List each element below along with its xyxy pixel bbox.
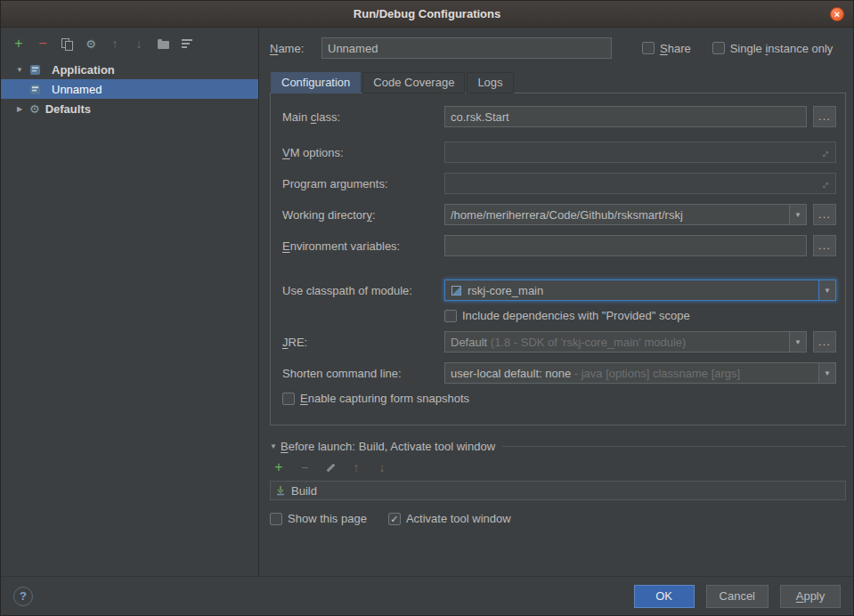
include-dependencies-row: Include dependencies with "Provided" sco… [282,309,836,322]
main-class-input[interactable] [451,110,801,124]
edit-task-icon[interactable] [323,460,338,474]
configurations-sidebar: + − ⚙ ↑ ↓ ▼ Application Unnamed [1,28,259,576]
sidebar-toolbar: + − ⚙ ↑ ↓ [1,33,258,58]
working-directory-combo[interactable]: /home/meriherrera/Code/Github/rsksmart/r… [444,204,807,225]
working-directory-label: Working directory: [282,208,444,222]
program-arguments-field[interactable]: ↔ [444,173,836,194]
configuration-tab-panel: Main class: ... VM options: ↔ [270,93,846,426]
jre-row: JRE: Default (1.8 - SDK of 'rskj-core_ma… [282,331,836,353]
environment-variables-input[interactable] [451,239,801,253]
chevron-down-icon[interactable]: ▼ [270,442,281,450]
name-label: Name: [270,42,321,55]
tree-item-defaults[interactable]: ▶ ⚙ Defaults [1,99,258,118]
use-classpath-label: Use classpath of module: [282,284,444,297]
main-class-field[interactable] [444,106,807,127]
module-icon [451,285,462,296]
application-icon [29,84,41,95]
main-class-browse-button[interactable]: ... [813,106,836,127]
working-directory-value: /home/meriherrera/Code/Github/rsksmart/r… [451,208,784,222]
chevron-down-icon[interactable]: ▼ [818,280,835,300]
move-up-icon[interactable]: ↑ [108,36,122,51]
move-up-icon[interactable]: ↑ [349,460,363,474]
tab-code-coverage[interactable]: Code Coverage [362,72,465,93]
help-icon: ? [20,589,27,603]
working-directory-row: Working directory: /home/meriherrera/Cod… [282,204,836,225]
share-checkbox-label: Share [660,42,691,55]
program-arguments-input[interactable] [451,177,818,190]
environment-variables-row: Environment variables: ... [282,235,836,256]
checkbox-box [712,42,725,54]
share-checkbox[interactable]: Share [642,42,691,55]
before-launch-subtitle: Build, Activate tool window [359,440,495,453]
close-button[interactable]: × [830,7,844,21]
include-dependencies-label: Include dependencies with "Provided" sco… [462,309,690,322]
shorten-command-line-row: Shorten command line: user-local default… [282,362,836,384]
chevron-down-icon[interactable]: ▼ [789,205,806,224]
titlebar[interactable]: Run/Debug Configurations × [1,1,853,28]
show-this-page-checkbox[interactable]: Show this page [270,512,367,525]
move-down-icon[interactable]: ↓ [375,460,389,474]
defaults-icon: ⚙ [29,103,40,115]
use-classpath-row: Use classpath of module: rskj-core_main … [282,280,836,301]
apply-button[interactable]: Apply [780,585,841,608]
sort-configurations-icon[interactable] [180,36,194,51]
vm-options-field[interactable]: ↔ [444,142,836,163]
close-icon: × [834,9,840,20]
checkbox-box [282,393,295,405]
jre-combo[interactable]: Default (1.8 - SDK of 'rskj-core_main' m… [444,331,807,353]
use-classpath-value: rskj-core_main [468,284,813,297]
enable-capturing-checkbox[interactable]: Enable capturing form snapshots [282,392,469,405]
tab-logs[interactable]: Logs [467,72,513,93]
folder-icon [158,41,169,49]
chevron-down-icon[interactable]: ▼ [15,66,24,74]
name-input[interactable] [321,37,612,59]
shorten-command-line-combo[interactable]: user-local default: none - java [options… [444,362,836,384]
create-folder-icon[interactable] [156,36,170,51]
checkbox-box [270,513,282,525]
remove-configuration-icon[interactable]: − [36,36,50,51]
copy-configuration-icon[interactable] [60,36,74,51]
single-instance-checkbox[interactable]: Single instance only [712,42,834,55]
build-icon [275,485,286,496]
add-configuration-icon[interactable]: + [12,36,26,51]
separator-line [502,446,846,447]
checkbox-box [444,310,457,322]
program-arguments-row: Program arguments: ↔ [282,173,836,194]
edit-defaults-icon[interactable]: ⚙ [84,36,98,51]
chevron-down-icon[interactable]: ▼ [789,332,806,352]
tree-item-label: Application [52,63,115,77]
add-task-icon[interactable]: + [272,460,286,474]
environment-variables-field[interactable] [444,235,807,256]
environment-variables-browse-button[interactable]: ... [813,235,836,256]
tree-item-unnamed[interactable]: Unnamed [1,79,258,99]
chevron-down-icon[interactable]: ▼ [818,363,835,383]
window-title: Run/Debug Configurations [354,7,500,20]
ok-button[interactable]: OK [634,585,695,608]
program-arguments-label: Program arguments: [282,177,444,190]
use-classpath-combo[interactable]: rskj-core_main ▼ [444,280,836,301]
jre-browse-button[interactable]: ... [813,331,836,353]
jre-value: Default (1.8 - SDK of 'rskj-core_main' m… [451,336,784,349]
vm-options-input[interactable] [451,146,818,159]
jre-label: JRE: [282,336,444,349]
pencil-icon [325,462,337,473]
move-down-icon[interactable]: ↓ [132,36,146,51]
chevron-right-icon[interactable]: ▶ [15,105,24,113]
help-button[interactable]: ? [13,587,33,606]
include-dependencies-checkbox[interactable]: Include dependencies with "Provided" sco… [444,309,690,322]
name-row: Name: Share Single instance only [270,36,846,60]
working-directory-browse-button[interactable]: ... [813,204,836,225]
vm-options-row: VM options: ↔ [282,142,836,163]
activate-tool-window-checkbox[interactable]: ✓ Activate tool window [388,512,511,525]
application-icon [29,64,41,76]
dialog-footer: ? OK Cancel Apply [1,576,853,615]
shorten-command-line-label: Shorten command line: [282,367,444,380]
tree-item-application[interactable]: ▼ Application [1,60,258,79]
check-icon: ✓ [390,514,398,524]
run-debug-configurations-dialog: Run/Debug Configurations × + − ⚙ ↑ ↓ ▼ A… [0,0,854,616]
before-launch-task-build[interactable]: Build [270,481,846,500]
cancel-button[interactable]: Cancel [706,585,769,608]
tab-configuration[interactable]: Configuration [271,72,361,93]
remove-task-icon[interactable]: − [297,460,312,474]
before-launch-header[interactable]: ▼ Before launch: Build, Activate tool wi… [270,440,846,453]
